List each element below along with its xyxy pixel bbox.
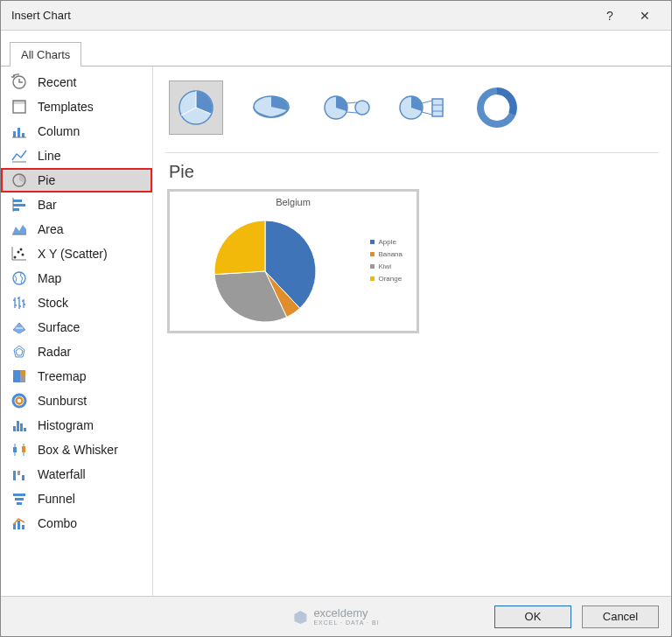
svg-point-21 — [17, 398, 23, 404]
sidebar-item-treemap[interactable]: Treemap — [1, 364, 152, 388]
svg-rect-28 — [13, 471, 16, 480]
sidebar-item-surface[interactable]: Surface — [1, 315, 152, 340]
stock-icon — [10, 293, 29, 312]
svg-marker-44 — [294, 611, 306, 624]
subtype-3d-pie[interactable] — [244, 80, 298, 135]
sidebar-item-label: Templates — [38, 100, 94, 114]
legend-label: Kiwi — [378, 262, 391, 270]
sidebar-item-box-whisker[interactable]: Box & Whisker — [1, 438, 152, 462]
sidebar-item-scatter[interactable]: X Y (Scatter) — [1, 242, 152, 266]
sidebar-item-histogram[interactable]: Histogram — [1, 413, 152, 438]
sidebar-item-line[interactable]: Line — [1, 144, 152, 168]
column-icon — [10, 122, 29, 141]
combo-icon — [10, 514, 29, 533]
scatter-icon — [10, 244, 29, 263]
legend-swatch — [370, 240, 374, 244]
svg-rect-24 — [20, 424, 23, 431]
subtype-doughnut[interactable] — [470, 80, 524, 135]
sidebar-item-pie[interactable]: Pie — [1, 168, 152, 192]
svg-rect-32 — [15, 498, 24, 500]
sidebar-item-label: Funnel — [38, 492, 75, 506]
sidebar-item-area[interactable]: Area — [1, 217, 152, 242]
sidebar-item-bar[interactable]: Bar — [1, 192, 152, 217]
svg-rect-17 — [13, 370, 20, 382]
sidebar-item-label: X Y (Scatter) — [38, 247, 108, 261]
svg-rect-26 — [13, 447, 17, 452]
svg-point-13 — [20, 248, 23, 251]
dialog-title: Insert Chart — [10, 9, 592, 22]
subtype-pie[interactable] — [169, 80, 223, 135]
legend-label: Orange — [378, 275, 402, 283]
svg-point-11 — [18, 251, 20, 254]
recent-icon — [10, 73, 29, 92]
treemap-icon — [10, 367, 29, 386]
svg-rect-8 — [13, 204, 25, 206]
svg-rect-18 — [20, 370, 25, 376]
watermark-tagline: EXCEL · DATA · BI — [313, 620, 379, 626]
sidebar-item-radar[interactable]: Radar — [1, 340, 152, 364]
sidebar-item-map[interactable]: Map — [1, 266, 152, 290]
chart-type-heading: Pie — [169, 162, 659, 182]
area-icon — [10, 220, 29, 239]
sidebar-item-sunburst[interactable]: Sunburst — [1, 388, 152, 413]
legend-swatch — [370, 264, 374, 269]
sidebar-item-combo[interactable]: Combo — [1, 511, 152, 536]
ok-button[interactable]: OK — [494, 606, 571, 628]
svg-rect-36 — [22, 525, 24, 529]
pie-subtype-row — [165, 80, 659, 153]
sidebar-item-label: Radar — [38, 345, 71, 359]
templates-icon — [10, 97, 29, 116]
legend-label: Banana — [378, 250, 402, 258]
svg-point-14 — [13, 272, 25, 284]
sidebar-item-label: Recent — [38, 75, 76, 89]
svg-rect-2 — [13, 101, 25, 104]
sidebar-item-waterfall[interactable]: Waterfall — [1, 462, 152, 486]
sidebar-item-label: Box & Whisker — [38, 443, 118, 457]
svg-rect-30 — [22, 475, 24, 480]
line-icon — [10, 146, 29, 165]
chart-preview[interactable]: Belgium AppleBananaKiwiOrange — [167, 189, 419, 333]
subtype-pie-of-pie[interactable] — [319, 80, 374, 135]
sidebar-item-recent[interactable]: Recent — [1, 70, 152, 94]
sidebar-item-funnel[interactable]: Funnel — [1, 486, 152, 511]
main-panel: Pie Belgium AppleBananaKiwiOrange — [153, 66, 671, 596]
subtype-bar-of-pie[interactable] — [395, 80, 449, 135]
legend-item: Orange — [370, 272, 402, 284]
svg-rect-9 — [13, 208, 19, 211]
sidebar-item-label: Combo — [38, 516, 77, 530]
sidebar-item-label: Surface — [38, 320, 80, 334]
chart-preview-legend: AppleBananaKiwiOrange — [370, 235, 402, 284]
sidebar-item-templates[interactable]: Templates — [1, 94, 152, 119]
svg-rect-42 — [432, 99, 443, 116]
box-whisker-icon — [10, 440, 29, 459]
svg-rect-23 — [17, 421, 19, 431]
svg-rect-27 — [22, 446, 25, 452]
legend-swatch — [370, 276, 374, 281]
sidebar-item-label: Waterfall — [38, 467, 86, 481]
close-button[interactable]: ✕ — [627, 9, 662, 23]
tab-all-charts[interactable]: All Charts — [10, 42, 81, 66]
legend-item: Apple — [370, 235, 402, 248]
surface-icon — [10, 318, 29, 337]
sunburst-icon — [10, 391, 29, 410]
pie-icon — [10, 171, 29, 190]
svg-rect-4 — [18, 128, 20, 137]
legend-item: Kiwi — [370, 260, 402, 272]
sidebar-item-column[interactable]: Column — [1, 119, 152, 144]
svg-rect-19 — [20, 376, 25, 382]
help-button[interactable]: ? — [592, 9, 627, 23]
svg-rect-5 — [22, 133, 24, 137]
sidebar-item-stock[interactable]: Stock — [1, 290, 152, 315]
tab-strip: All Charts — [1, 31, 671, 66]
svg-rect-25 — [24, 428, 26, 431]
svg-rect-29 — [18, 471, 20, 475]
map-icon — [10, 269, 29, 288]
cancel-button[interactable]: Cancel — [582, 606, 659, 628]
svg-point-20 — [13, 395, 25, 407]
insert-chart-dialog: Insert Chart ? ✕ All Charts Recent Templ… — [0, 0, 672, 637]
svg-rect-7 — [13, 200, 22, 202]
sidebar-item-label: Bar — [38, 198, 57, 212]
legend-item: Banana — [370, 248, 402, 260]
dialog-body: Recent Templates Column Li — [1, 66, 671, 596]
dialog-footer: exceldemy EXCEL · DATA · BI OK Cancel — [1, 596, 671, 636]
